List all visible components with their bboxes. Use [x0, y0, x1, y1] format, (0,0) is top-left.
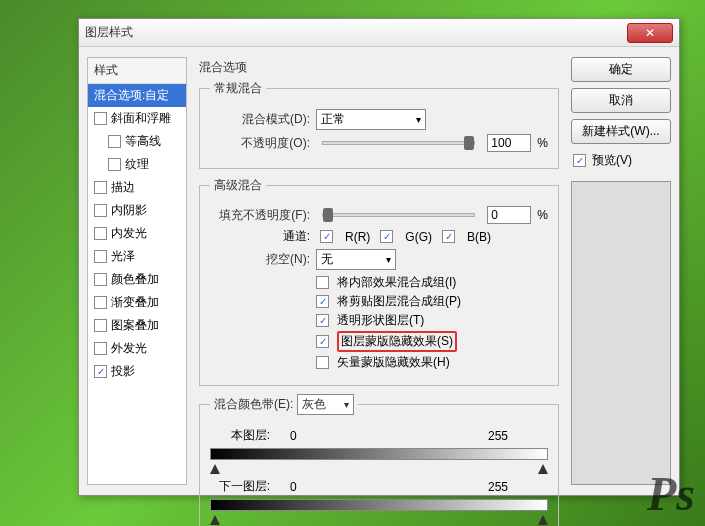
style-outer-glow[interactable]: 外发光 — [88, 337, 186, 360]
general-blending-group: 常规混合 混合模式(D): 正常 不透明度(O): % — [199, 80, 559, 169]
blend-mode-dropdown[interactable]: 正常 — [316, 109, 426, 130]
blend-interior-checkbox[interactable] — [316, 276, 329, 289]
checkbox-icon[interactable] — [94, 227, 107, 240]
opacity-slider[interactable] — [322, 141, 475, 145]
gradient-track — [210, 448, 548, 460]
this-layer-label: 本图层: — [210, 427, 270, 444]
blend-if-channel-dropdown[interactable]: 灰色 — [297, 394, 354, 415]
style-texture[interactable]: 纹理 — [88, 153, 186, 176]
highlighted-option: 图层蒙版隐藏效果(S) — [337, 331, 457, 352]
knockout-dropdown[interactable]: 无 — [316, 249, 396, 270]
preview-label: 预览(V) — [592, 152, 632, 169]
this-layer-slider[interactable] — [210, 448, 548, 468]
checkbox-icon[interactable] — [94, 112, 107, 125]
styles-header: 样式 — [88, 58, 186, 84]
style-gradient-overlay[interactable]: 渐变叠加 — [88, 291, 186, 314]
fill-unit: % — [537, 208, 548, 222]
preview-checkbox[interactable] — [573, 154, 586, 167]
checkbox-icon[interactable] — [108, 158, 121, 171]
slider-marker-icon[interactable] — [210, 464, 220, 474]
style-bevel[interactable]: 斜面和浮雕 — [88, 107, 186, 130]
checkbox-icon[interactable] — [108, 135, 121, 148]
blend-if-group: 混合颜色带(E): 灰色 本图层: 0 255 下一图层: 0 255 — [199, 394, 559, 526]
titlebar[interactable]: 图层样式 ✕ — [79, 19, 679, 47]
checkbox-icon[interactable] — [94, 319, 107, 332]
channel-r-checkbox[interactable] — [320, 230, 333, 243]
channel-b-checkbox[interactable] — [442, 230, 455, 243]
channels-label: 通道: — [270, 228, 310, 245]
cancel-button[interactable]: 取消 — [571, 88, 671, 113]
blend-if-legend: 混合颜色带(E): 灰色 — [210, 394, 358, 415]
under-low-value: 0 — [290, 480, 297, 494]
fill-opacity-label: 填充不透明度(F): — [210, 207, 310, 224]
gradient-track — [210, 499, 548, 511]
styles-list: 样式 混合选项:自定 斜面和浮雕 等高线 纹理 描边 内阴影 内发光 光泽 颜色… — [87, 57, 187, 485]
close-button[interactable]: ✕ — [627, 23, 673, 43]
slider-thumb-icon[interactable] — [464, 136, 474, 150]
options-panel: 混合选项 常规混合 混合模式(D): 正常 不透明度(O): % 高级混合 填充… — [193, 57, 565, 485]
checkbox-icon[interactable] — [94, 250, 107, 263]
preview-swatch — [571, 181, 671, 485]
style-satin[interactable]: 光泽 — [88, 245, 186, 268]
underlying-label: 下一图层: — [210, 478, 270, 495]
fill-opacity-slider[interactable] — [322, 213, 475, 217]
checkbox-icon[interactable] — [94, 273, 107, 286]
style-color-overlay[interactable]: 颜色叠加 — [88, 268, 186, 291]
this-low-value: 0 — [290, 429, 297, 443]
checkbox-icon[interactable] — [94, 296, 107, 309]
knockout-label: 挖空(N): — [210, 251, 310, 268]
under-high-value: 255 — [488, 480, 508, 494]
slider-marker-icon[interactable] — [538, 464, 548, 474]
style-pattern-overlay[interactable]: 图案叠加 — [88, 314, 186, 337]
vector-mask-hides-checkbox[interactable] — [316, 356, 329, 369]
checkbox-icon[interactable] — [94, 181, 107, 194]
style-inner-shadow[interactable]: 内阴影 — [88, 199, 186, 222]
channel-g-checkbox[interactable] — [380, 230, 393, 243]
panel-title: 混合选项 — [199, 59, 559, 76]
style-inner-glow[interactable]: 内发光 — [88, 222, 186, 245]
style-stroke[interactable]: 描边 — [88, 176, 186, 199]
fill-opacity-input[interactable] — [487, 206, 531, 224]
general-legend: 常规混合 — [210, 80, 266, 97]
opacity-unit: % — [537, 136, 548, 150]
blend-clipped-checkbox[interactable] — [316, 295, 329, 308]
checkbox-icon[interactable] — [94, 365, 107, 378]
slider-thumb-icon[interactable] — [323, 208, 333, 222]
action-buttons: 确定 取消 新建样式(W)... 预览(V) — [571, 57, 671, 485]
slider-marker-icon[interactable] — [210, 515, 220, 525]
blend-mode-label: 混合模式(D): — [210, 111, 310, 128]
new-style-button[interactable]: 新建样式(W)... — [571, 119, 671, 144]
underlying-slider[interactable] — [210, 499, 548, 519]
ok-button[interactable]: 确定 — [571, 57, 671, 82]
style-contour[interactable]: 等高线 — [88, 130, 186, 153]
checkbox-icon[interactable] — [94, 342, 107, 355]
advanced-blending-group: 高级混合 填充不透明度(F): % 通道: R(R) G(G) B(B) 挖空(… — [199, 177, 559, 386]
transparency-shapes-checkbox[interactable] — [316, 314, 329, 327]
layer-style-dialog: 图层样式 ✕ 样式 混合选项:自定 斜面和浮雕 等高线 纹理 描边 内阴影 内发… — [78, 18, 680, 496]
slider-marker-icon[interactable] — [538, 515, 548, 525]
dialog-body: 样式 混合选项:自定 斜面和浮雕 等高线 纹理 描边 内阴影 内发光 光泽 颜色… — [79, 47, 679, 495]
dialog-title: 图层样式 — [85, 24, 627, 41]
style-blend-options[interactable]: 混合选项:自定 — [88, 84, 186, 107]
opacity-input[interactable] — [487, 134, 531, 152]
layer-mask-hides-checkbox[interactable] — [316, 335, 329, 348]
this-high-value: 255 — [488, 429, 508, 443]
checkbox-icon[interactable] — [94, 204, 107, 217]
opacity-label: 不透明度(O): — [210, 135, 310, 152]
advanced-legend: 高级混合 — [210, 177, 266, 194]
style-drop-shadow[interactable]: 投影 — [88, 360, 186, 383]
